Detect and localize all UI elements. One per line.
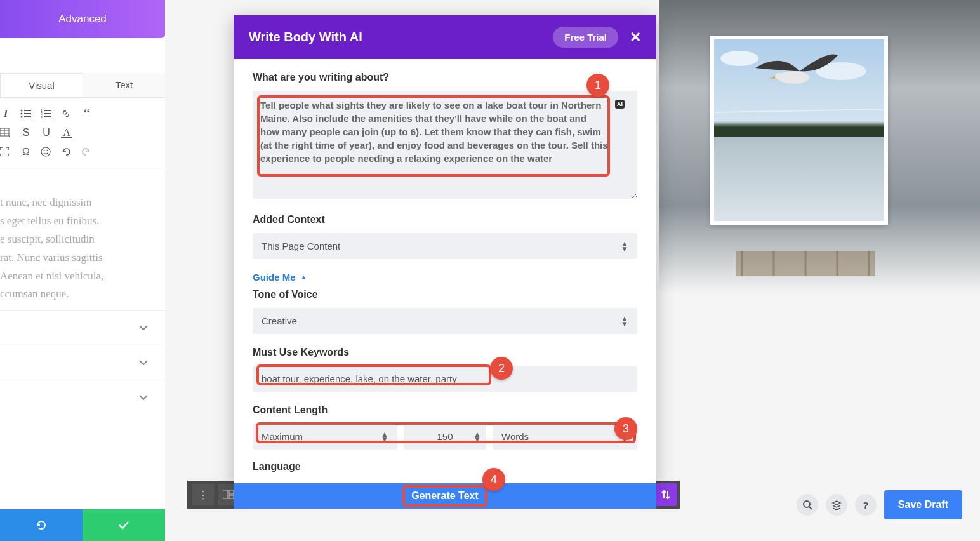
tone-label: Tone of Voice [253,289,637,300]
keywords-label: Must Use Keywords [253,347,637,358]
link-icon[interactable] [61,109,72,119]
svg-point-35 [804,501,810,507]
confirm-button[interactable] [83,509,165,541]
italic-icon[interactable]: I [0,108,11,119]
modal-header: Write Body With AI Free Trial ✕ [234,15,656,59]
svg-point-0 [21,110,23,112]
refresh-button[interactable] [0,509,83,541]
fullscreen-icon[interactable] [0,147,11,156]
prompt-label: What are you writing about? [253,72,637,83]
svg-point-16 [41,147,50,156]
svg-point-18 [47,150,48,151]
svg-point-2 [21,113,23,115]
underline-icon[interactable]: U [41,127,52,138]
generate-bar[interactable]: Generate Text [234,483,656,509]
guide-me-label: Guide Me [253,272,296,283]
keywords-input[interactable] [253,366,637,392]
svg-rect-31 [714,127,884,137]
close-icon[interactable]: ✕ [630,29,641,46]
guide-me-toggle[interactable]: Guide Me ▲ [253,272,637,283]
context-select[interactable]: This Page Content [253,233,637,259]
svg-rect-1 [24,110,31,111]
svg-line-36 [809,507,812,509]
layers-button[interactable] [826,494,847,516]
svg-rect-11 [44,116,51,117]
more-options-button[interactable]: ⋮ [192,484,214,505]
length-value-input[interactable] [404,424,486,450]
svg-rect-9 [44,113,51,114]
ai-icon[interactable]: AI [615,100,625,109]
svg-rect-34 [229,495,234,499]
annotation-badge-1: 1 [586,74,609,97]
language-label: Language [253,461,637,472]
strikethrough-icon[interactable]: S [20,127,32,138]
svg-rect-32 [223,490,227,499]
svg-rect-7 [44,110,51,111]
tab-visual[interactable]: Visual [0,73,83,97]
left-panel: Advanced Visual Text I 123 “ S U A [0,0,165,541]
tone-select[interactable]: Creative [253,308,637,334]
tab-text[interactable]: Text [83,73,165,97]
free-trial-badge[interactable]: Free Trial [553,27,618,48]
svg-point-27 [720,51,758,66]
seagull-image [714,39,884,221]
svg-rect-3 [24,113,31,114]
editor-tabs: Visual Text [0,73,165,98]
undo-icon[interactable] [61,147,72,156]
svg-point-30 [775,73,784,79]
hero-image-card [710,36,888,225]
hero-background [659,0,980,294]
svg-rect-33 [229,490,234,494]
chevron-down-icon [138,359,149,366]
omega-icon[interactable]: Ω [20,146,32,157]
swap-button[interactable] [654,483,677,506]
svg-point-4 [21,116,23,118]
editor-toolbar: I 123 “ S U A Ω [0,98,165,168]
help-button[interactable]: ? [855,494,877,516]
quote-icon[interactable]: “ [81,110,93,117]
text-color-icon[interactable]: A [61,127,72,138]
search-button[interactable] [797,494,818,516]
generate-text-button[interactable]: Generate Text [402,485,487,507]
svg-text:3: 3 [41,115,43,118]
footer-right: ? Save Draft [797,490,962,519]
length-label: Content Length [253,404,637,416]
accordion-row-3[interactable] [0,380,165,415]
accordion-row-1[interactable] [0,310,165,345]
bullet-list-icon[interactable] [20,109,32,118]
accordion-row-2[interactable] [0,345,165,380]
triangle-up-icon: ▲ [301,274,307,281]
chevron-down-icon [138,324,149,331]
numbered-list-icon[interactable]: 123 [41,109,52,118]
redo-icon[interactable] [81,147,93,156]
table-icon[interactable] [0,128,11,137]
modal-title: Write Body With AI [249,30,362,44]
context-label: Added Context [253,214,637,225]
svg-rect-5 [24,116,31,117]
modal-body: What are you writing about? AI Added Con… [234,59,656,489]
emoji-icon[interactable] [41,147,52,157]
annotation-badge-2: 2 [490,357,513,380]
length-mode-select[interactable]: Maximum [253,424,397,450]
annotation-badge-3: 3 [614,417,637,440]
bottom-action-buttons [0,509,165,541]
editor-body-preview[interactable]: t nunc, nec dignissim s eget tellus eu f… [0,168,165,310]
annotation-badge-4: 4 [482,468,505,491]
chevron-down-icon [138,394,149,401]
save-draft-button[interactable]: Save Draft [884,490,962,519]
svg-point-17 [44,150,45,151]
tab-advanced[interactable]: Advanced [0,0,165,38]
prompt-input[interactable] [253,91,637,199]
